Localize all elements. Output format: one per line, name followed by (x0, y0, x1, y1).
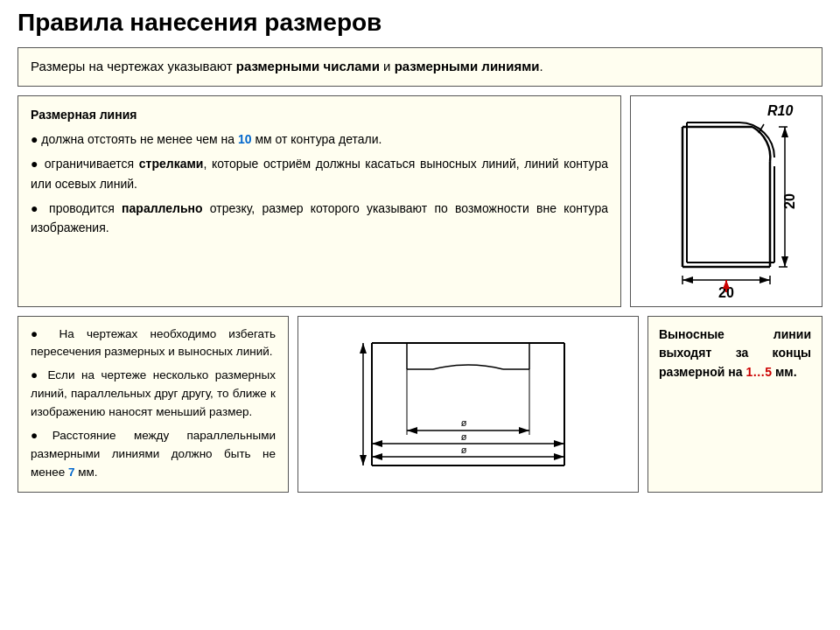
razm-heading: Размерная линия (31, 105, 608, 124)
page: Правила нанесения размеров Размеры на че… (0, 0, 840, 630)
bottom-center-diagram: ø ø ø (298, 316, 639, 493)
bottom-left-box: ● На чертежах необходимо избегать пересе… (18, 316, 289, 493)
bottom-bullet1: ● На чертежах необходимо избегать пересе… (31, 326, 276, 362)
bottom-center-svg: ø ø ø (346, 317, 591, 492)
razm-bullet1: ● должна отстоять не менее чем на 10 мм … (31, 130, 608, 149)
intro-text-before: Размеры на чертежах указывают (31, 59, 236, 74)
razm-box: Размерная линия ● должна отстоять не мен… (18, 95, 621, 307)
intro-text-after: . (539, 59, 542, 74)
page-title: Правила нанесения размеров (18, 9, 822, 37)
main-diagram: R10 20 (630, 95, 822, 307)
intro-bold-2: размерными линиями (395, 59, 540, 74)
svg-text:20: 20 (782, 193, 797, 209)
razm-bullet3: ● проводится параллельно отрезку, размер… (31, 199, 608, 238)
razm-bullet2: ● ограничивается стрелками, которые остр… (31, 154, 608, 193)
bottom-bullet3: ●Расстояние между параллельными размерны… (31, 427, 276, 482)
intro-box: Размеры на чертежах указывают размерными… (18, 47, 822, 87)
svg-text:ø: ø (461, 417, 467, 428)
svg-text:ø: ø (461, 444, 467, 455)
bottom-right-box: Выносные линии выходят за концы размерно… (648, 316, 822, 493)
bottom-right-highlight: 1…5 (746, 365, 772, 379)
svg-text:R10: R10 (767, 103, 793, 118)
intro-bold-1: размерными числами (236, 59, 380, 74)
bottom-right-text-after: мм. (772, 365, 797, 379)
bottom-bullet2: ● Если на чертеже несколько размерных ли… (31, 367, 276, 422)
intro-text-middle: и (380, 59, 395, 74)
main-diagram-svg: R10 20 (634, 96, 818, 306)
middle-row: Размерная линия ● должна отстоять не мен… (18, 95, 822, 307)
svg-text:ø: ø (461, 431, 467, 442)
bottom-row: ● На чертежах необходимо избегать пересе… (18, 316, 822, 493)
